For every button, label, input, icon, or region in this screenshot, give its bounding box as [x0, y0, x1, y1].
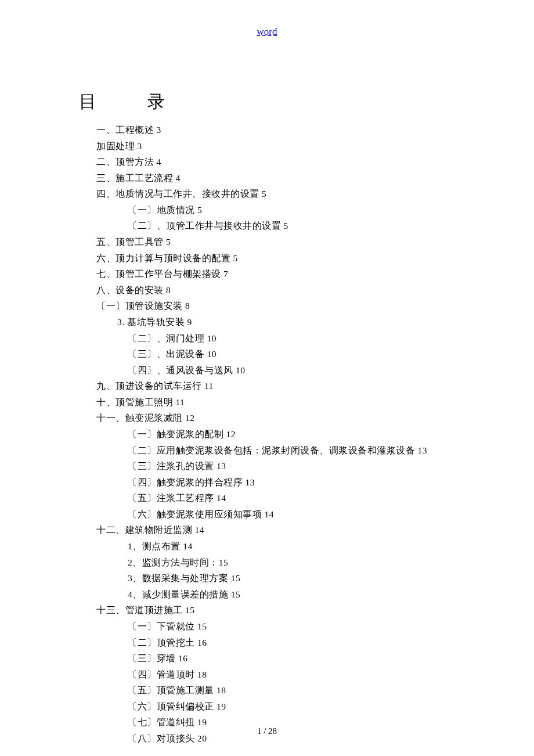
word-link[interactable]: word: [257, 26, 277, 37]
toc-line: 〔四〕、通风设备与送风 10: [75, 362, 459, 379]
toc-line: 七、顶管工作平台与棚架搭设 7: [75, 266, 459, 282]
page-footer: 1 / 28: [0, 726, 534, 736]
toc-line: 〔五〕注浆工艺程序 14: [75, 490, 459, 506]
toc-line: 五、顶管工具管 5: [75, 234, 459, 250]
toc-line: 加固处理 3: [75, 138, 459, 154]
toc-line: 〔一〕顶管设施安装 8: [75, 298, 459, 314]
toc-line: 六、顶力计算与顶时设备的配置 5: [75, 250, 459, 267]
toc-line: 四、地质情况与工作井、接收井的设置 5: [75, 186, 459, 202]
toc-line: 〔三〕穿墙 16: [75, 650, 459, 667]
header-link-container: word: [75, 26, 459, 38]
toc-title: 目 录: [79, 90, 459, 114]
toc-line: 〔六〕触变泥浆使用应须知事项 14: [75, 506, 459, 523]
toc-line: 十一、触变泥浆减阻 12: [75, 410, 459, 426]
toc-line: 〔二〕应用触变泥浆设备包括：泥浆封闭设备、调浆设备和灌浆设备 13: [75, 442, 459, 459]
toc-line: 〔三〕、出泥设备 10: [75, 346, 459, 362]
toc-line: 〔六〕顶管纠偏校正 19: [75, 699, 459, 715]
toc-line: 十二、建筑物附近监测 14: [75, 522, 459, 538]
toc-line: 〔二〕、洞门处理 10: [75, 330, 459, 347]
toc-line: 〔一〕地质情况 5: [75, 202, 459, 218]
toc-line: 〔五〕顶管施工测量 18: [75, 682, 459, 699]
toc-line: 〔二〕顶管挖土 16: [75, 635, 459, 651]
document-page: word 目 录 一、工程概述 3 加固处理 3 二、顶管方法 4 三、施工工艺…: [0, 0, 534, 756]
toc-line: 二、顶管方法 4: [75, 154, 459, 170]
toc-line: 2、监测方法与时间：15: [75, 555, 459, 571]
toc-line: 一、工程概述 3: [75, 122, 459, 138]
toc-line: 十三、管道顶进施工 15: [75, 602, 459, 618]
toc-line: 3. 基坑导轨安装 9: [75, 314, 459, 330]
toc-line: 三、施工工艺流程 4: [75, 170, 459, 186]
toc-line: 1、测点布置 14: [75, 538, 459, 555]
toc-line: 〔一〕触变泥浆的配制 12: [75, 426, 459, 442]
toc-line: 八、设备的安装 8: [75, 282, 459, 298]
toc-line: 〔三〕注浆孔的设置 13: [75, 458, 459, 474]
toc-body: 一、工程概述 3 加固处理 3 二、顶管方法 4 三、施工工艺流程 4 四、地质…: [75, 122, 459, 747]
toc-line: 〔四〕管道顶时 18: [75, 667, 459, 683]
toc-line: 十、顶管施工照明 11: [75, 394, 459, 411]
toc-line: 3、数据采集与处理方案 15: [75, 570, 459, 586]
toc-line: 〔一〕下管就位 15: [75, 618, 459, 635]
toc-line: 九、顶进设备的试车运行 11: [75, 378, 459, 394]
toc-line: 4、减少测量误差的措施 15: [75, 586, 459, 603]
toc-line: 〔二〕、顶管工作井与接收井的设置 5: [75, 218, 459, 234]
toc-line: 〔四〕触变泥浆的拌合程序 13: [75, 474, 459, 491]
page-indicator: 1 / 28: [257, 726, 277, 736]
